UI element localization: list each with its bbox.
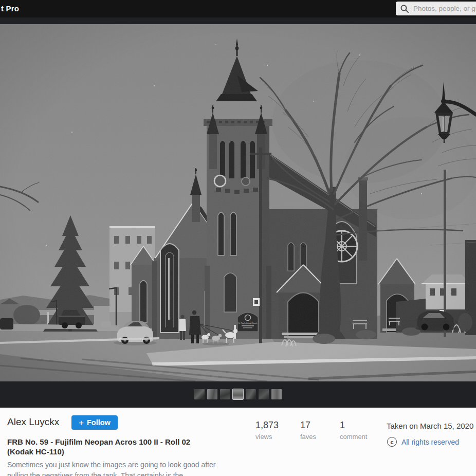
photo-title: FRB No. 59 - Fujifilm Neopan Acros 100 I… — [7, 437, 244, 456]
filmstrip-thumb[interactable] — [207, 389, 217, 399]
top-nav-bar: t Pro — [0, 0, 476, 17]
filmstrip-thumb[interactable] — [246, 389, 256, 399]
plus-icon: + — [79, 418, 84, 427]
follow-button-label: Follow — [87, 418, 111, 427]
search-icon — [400, 5, 409, 13]
filmstrip-thumb[interactable] — [271, 389, 282, 399]
church-photo[interactable]: St. Paul's United Church — [0, 24, 476, 381]
filmstrip — [0, 389, 476, 399]
photo-stage: St. Paul's United Church — [0, 17, 476, 408]
filmstrip-thumb[interactable] — [259, 389, 269, 399]
search-box[interactable] — [396, 2, 476, 15]
license-link[interactable]: c All rights reserved — [387, 437, 459, 447]
comments-stat[interactable]: 1 comment — [340, 420, 367, 441]
follow-button[interactable]: + Follow — [71, 415, 118, 430]
filmstrip-thumb[interactable] — [233, 389, 243, 399]
photo-info-panel: Alex Luyckx + Follow FRB No. 59 - Fujifi… — [0, 408, 476, 476]
faves-stat[interactable]: 17 faves — [300, 420, 316, 441]
views-stat: 1,873 views — [255, 420, 279, 441]
copyright-icon: c — [387, 437, 397, 447]
get-pro-button[interactable]: t Pro — [1, 4, 19, 13]
photo-description: Sometimes you just know the images are g… — [7, 460, 244, 476]
taken-date: Taken on March 15, 2020 — [387, 422, 473, 430]
license-label: All rights reserved — [401, 438, 459, 446]
search-input[interactable] — [412, 4, 476, 13]
filmstrip-thumb[interactable] — [220, 389, 230, 399]
filmstrip-thumb[interactable] — [194, 389, 205, 399]
owner-name-link[interactable]: Alex Luyckx — [7, 416, 59, 428]
